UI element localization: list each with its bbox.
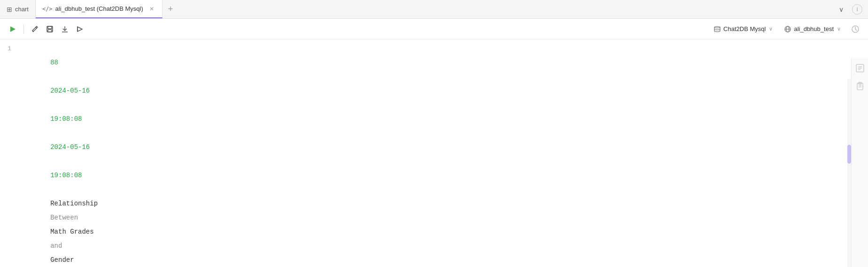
token-id: 88: [50, 59, 58, 66]
history-button[interactable]: [848, 22, 862, 36]
svg-marker-0: [10, 26, 16, 32]
svg-marker-7: [78, 27, 82, 31]
edit-icon: [31, 26, 38, 32]
right-sidebar: [851, 58, 868, 267]
sidebar-clipboard-icon: [856, 82, 864, 90]
toolbar-right: Chat2DB Mysql ∨ ali_dbhub_test ∨: [710, 22, 862, 36]
token-date1: 2024-05-16: [50, 87, 90, 94]
sql-tab-label: ali_dbhub_test (Chat2DB Mysql): [55, 5, 143, 12]
download-button[interactable]: [58, 22, 72, 36]
schema-icon: [784, 25, 791, 33]
schema-selector[interactable]: ali_dbhub_test ∨: [780, 24, 845, 35]
db-connection-label: Chat2DB Mysql: [723, 25, 766, 32]
toolbar-separator-1: [23, 24, 24, 34]
edit-button[interactable]: [28, 22, 42, 36]
tab-bar: ⊞ chart </> ali_dbhub_test (Chat2DB Mysq…: [0, 0, 868, 19]
token-time1: 19:08:08: [50, 115, 82, 123]
add-tab-button[interactable]: +: [163, 0, 179, 18]
toolbar: Chat2DB Mysql ∨ ali_dbhub_test ∨: [0, 19, 868, 39]
db-connection-icon: [713, 25, 721, 33]
db-connection-chevron: ∨: [769, 26, 773, 32]
token-between: Between: [50, 214, 82, 221]
token-gender: Gender: [50, 256, 74, 264]
token-time2: 19:08:08: [50, 172, 82, 179]
editor-line-1: 1 88 2024-05-16 19:08:08 2024-05-16 19:0…: [0, 41, 868, 267]
history-icon: [851, 25, 860, 33]
token-math: Math Grades: [50, 228, 98, 236]
schema-label: ali_dbhub_test: [794, 25, 834, 32]
tab-bar-right: ∨ i: [835, 0, 868, 18]
run-icon: [9, 26, 16, 32]
scroll-thumb[interactable]: [847, 145, 851, 164]
chart-tab-icon: ⊞: [7, 6, 12, 13]
svg-rect-4: [48, 30, 52, 32]
tab-info-button[interactable]: i: [852, 4, 862, 15]
svg-rect-3: [48, 26, 52, 29]
chart-tab-label: chart: [15, 6, 29, 13]
play2-icon: [77, 26, 83, 32]
play2-button[interactable]: [73, 22, 87, 36]
scroll-track[interactable]: [847, 79, 851, 267]
line-content-1: 88 2024-05-16 19:08:08 2024-05-16 19:08:…: [19, 41, 868, 267]
sql-tab-icon: </>: [42, 6, 53, 12]
tab-chart[interactable]: ⊞ chart: [0, 0, 36, 18]
token-rel: Relationship: [50, 200, 101, 207]
schema-chevron: ∨: [837, 26, 841, 32]
main-content: 1 88 2024-05-16 19:08:08 2024-05-16 19:0…: [0, 39, 868, 267]
sidebar-icon-2[interactable]: [854, 80, 866, 92]
run-button[interactable]: [6, 22, 20, 36]
sidebar-list-icon: [856, 64, 864, 72]
editor-area[interactable]: 1 88 2024-05-16 19:08:08 2024-05-16 19:0…: [0, 39, 868, 267]
sidebar-icon-1[interactable]: [854, 62, 866, 74]
token-and: and: [50, 242, 66, 250]
tab-dropdown-button[interactable]: ∨: [835, 4, 847, 15]
token-date2: 2024-05-16: [50, 143, 90, 151]
tab-sql[interactable]: </> ali_dbhub_test (Chat2DB Mysql) ✕: [36, 0, 163, 18]
tab-close-button[interactable]: ✕: [148, 5, 155, 13]
db-connection-selector[interactable]: Chat2DB Mysql ∨: [710, 24, 776, 35]
save-icon: [46, 26, 53, 32]
line-number-1: 1: [0, 42, 19, 56]
download-icon: [62, 26, 68, 32]
save-button[interactable]: [43, 22, 57, 36]
